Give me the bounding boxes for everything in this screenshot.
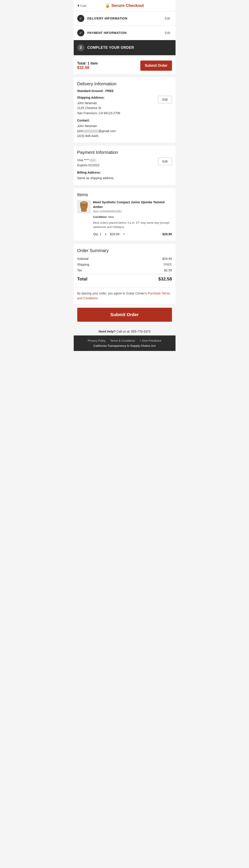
total-summary-label: Total <box>77 277 87 282</box>
x-sign: x <box>105 232 106 237</box>
delivery-edit-link[interactable]: Edit <box>163 16 172 21</box>
contact-info: John Newman johnxxxxxxxxxx@gmail.com (41… <box>77 123 172 138</box>
email-blurred: xxxxxxxxxx <box>83 129 99 133</box>
payment-info-step: ✓ PAYMENT INFORMATION Edit <box>74 26 176 40</box>
submit-order-button-main[interactable]: Submit Order <box>77 308 172 322</box>
shipping-row: Shipping FREE <box>77 261 172 268</box>
terms-section: By placing your order, you agree to Guit… <box>74 287 176 304</box>
card-info: Visa **** xxxx Expires 01/2022 <box>77 158 172 167</box>
payment-information-section: Payment Information Edit Visa **** xxxx … <box>74 145 176 185</box>
supply-chains-act-link[interactable]: California Transparency In Supply Chains… <box>77 344 172 347</box>
contact-label: Contact: <box>77 119 172 122</box>
header: Cart 🔒 Secure Checkout <box>74 0 176 11</box>
shipping-address-block: Edit Shipping Address: John Newman 2125 … <box>77 96 172 116</box>
privacy-policy-link[interactable]: Privacy Policy <box>87 339 106 342</box>
item-count: 1 item <box>87 61 98 65</box>
chevron-left-icon <box>77 4 79 7</box>
item-ship-note: Most orders placed before 3 p.m. ET ship… <box>93 221 172 229</box>
delivery-information-section: Delivery Information Standard Ground - F… <box>74 77 176 143</box>
qty-price-row: Qty: 1 x $29.99 = $29.99 <box>93 232 172 237</box>
delivery-step-label: DELIVERY INFORMATION <box>87 17 163 20</box>
tax-row: Tax $2.59 <box>77 268 172 273</box>
item-thumbnail <box>77 200 91 213</box>
qty-label: Qty: 1 <box>93 232 101 237</box>
shipping-address-label: Shipping Address: <box>77 96 172 99</box>
shipping-address-text: John Newman 2125 Chestnut St San Francis… <box>77 101 172 116</box>
payment-section-edit-button[interactable]: Edit <box>158 158 172 165</box>
cart-back-button[interactable]: Cart <box>77 4 86 7</box>
cart-label: Cart <box>80 4 86 7</box>
subtotal-row: Subtotal $29.99 <box>77 256 172 261</box>
item-number: Item #1500000031951 <box>93 209 172 214</box>
footer: Privacy Policy Terms & Conditions + Give… <box>74 336 176 351</box>
help-bar: Need Help? Call us at: 855-770-3373 <box>74 325 176 336</box>
footer-links: Privacy Policy Terms & Conditions + Give… <box>77 339 172 342</box>
email-prefix: john <box>77 129 83 133</box>
payment-check-icon: ✓ <box>77 29 84 36</box>
item-details: Meinl Synthetic Compact Junior Djembe Tw… <box>93 200 172 237</box>
line-total: $29.99 <box>163 232 172 237</box>
shipping-name: John Newman <box>77 101 172 105</box>
help-phone: Call us at: 855-770-3373 <box>116 330 150 333</box>
delivery-section-title: Delivery Information <box>77 81 172 87</box>
card-expires: Expires 01/2022 <box>77 163 172 167</box>
shipping-street: 2125 Chestnut St <box>77 105 172 111</box>
billing-address-block: Billing Address: Same as shipping addres… <box>77 171 172 181</box>
shipping-city-state-zip: San Francisco, CA 94123-2708 <box>77 111 172 116</box>
terms-conditions-link[interactable]: Terms & Conditions <box>110 339 135 342</box>
total-label: Total: <box>77 61 86 65</box>
feedback-link[interactable]: + Give Feedback <box>139 339 162 342</box>
delivery-info-step: ✓ DELIVERY INFORMATION Edit <box>74 11 176 26</box>
item-condition: Condition: New <box>93 215 172 219</box>
total-info: Total: 1 item $32.58 <box>77 61 98 70</box>
items-section: Items Meinl Synthetic Compact Junior Dje… <box>74 188 176 241</box>
order-summary-title: Order Summary <box>77 248 172 253</box>
tax-label: Tax <box>77 269 82 272</box>
subtotal-label: Subtotal <box>77 257 88 260</box>
total-summary-row: Total $32.58 <box>77 274 172 283</box>
subtotal-value: $29.99 <box>163 257 172 260</box>
djembe-image <box>78 201 90 212</box>
contact-name: John Newman <box>77 123 172 128</box>
secure-checkout-label: 🔒 Secure Checkout <box>105 3 144 8</box>
delivery-check-icon: ✓ <box>77 15 84 22</box>
billing-address-value: Same as shipping address <box>77 176 172 181</box>
shipping-label: Shipping <box>77 263 90 266</box>
shipping-value: FREE <box>164 263 172 266</box>
complete-order-label: COMPLETE YOUR ORDER <box>87 46 134 50</box>
terms-prefix: By placing your order, you agree to Guit… <box>77 291 148 295</box>
contact-block: Contact: John Newman johnxxxxxxxxxx@gmai… <box>77 119 172 138</box>
submit-order-button-top[interactable]: Submit Order <box>140 61 172 71</box>
delivery-section-edit-button[interactable]: Edit <box>158 96 172 103</box>
order-summary-section: Order Summary Subtotal $29.99 Shipping F… <box>74 243 176 287</box>
eq-sign: = <box>123 232 125 237</box>
card-info-block: Edit Visa **** xxxx Expires 01/2022 <box>77 158 172 167</box>
shipping-method: Standard Ground - FREE <box>77 89 172 93</box>
unit-price: $29.99 <box>110 232 119 237</box>
items-section-title: Items <box>77 192 172 197</box>
contact-email: johnxxxxxxxxxx@gmail.com <box>77 129 172 133</box>
payment-section-title: Payment Information <box>77 150 172 155</box>
total-summary-value: $32.58 <box>158 277 172 282</box>
contact-phone: (415) 848-4445 <box>77 133 172 138</box>
item-name: Meinl Synthetic Compact Junior Djembe Tw… <box>93 200 172 209</box>
tax-value: $2.59 <box>164 269 172 272</box>
item-row: Meinl Synthetic Compact Junior Djembe Tw… <box>77 200 172 237</box>
order-total-bar: Total: 1 item $32.58 Submit Order <box>74 57 176 74</box>
complete-order-step: 3 COMPLETE YOUR ORDER <box>74 40 176 55</box>
total-price: $32.58 <box>77 65 98 70</box>
email-suffix: @gmail.com <box>99 129 116 133</box>
total-line: Total: 1 item <box>77 61 98 65</box>
help-label: Need Help? <box>99 330 115 333</box>
card-label: Visa **** xxxx <box>77 158 172 162</box>
payment-edit-link[interactable]: Edit <box>163 30 172 35</box>
card-last4: xxxx <box>90 158 96 162</box>
billing-address-label: Billing Address: <box>77 171 172 174</box>
step-number: 3 <box>77 44 84 51</box>
lock-icon: 🔒 <box>105 3 110 8</box>
payment-step-label: PAYMENT INFORMATION <box>87 31 163 35</box>
